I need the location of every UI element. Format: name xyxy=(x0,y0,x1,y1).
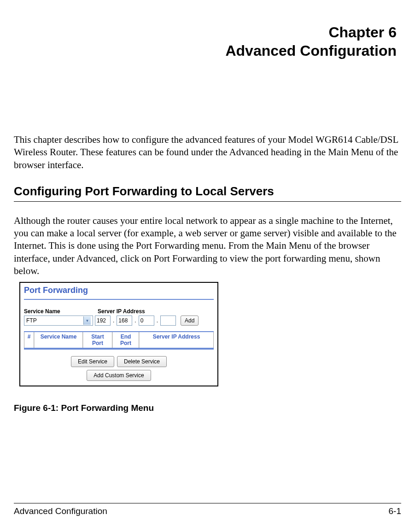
footer-page-number: 6-1 xyxy=(389,506,401,516)
chevron-down-icon: ▼ xyxy=(83,316,91,325)
chapter-title: Advanced Configuration xyxy=(14,41,397,60)
port-forwarding-panel: Port Forwarding Service Name Server IP A… xyxy=(19,282,218,386)
add-button[interactable]: Add xyxy=(181,316,199,326)
server-ip-label: Server IP Address xyxy=(98,308,214,315)
ip-octet-4-input[interactable] xyxy=(160,316,176,326)
ip-octet-1-input[interactable] xyxy=(95,316,111,326)
section-heading: Configuring Port Forwarding to Local Ser… xyxy=(14,184,401,202)
section-body: Although the router causes your entire l… xyxy=(14,215,401,277)
th-start-port: Start Port xyxy=(83,332,112,348)
table-header-row: # Service Name Start Port End Port Serve… xyxy=(24,332,214,349)
ip-dot: . xyxy=(112,317,115,324)
edit-service-button[interactable]: Edit Service xyxy=(71,356,114,367)
ip-dot: . xyxy=(134,317,136,324)
button-group: Edit Service Delete Service Add Custom S… xyxy=(24,356,214,381)
button-row-2: Add Custom Service xyxy=(87,370,151,381)
th-server-ip: Server IP Address xyxy=(139,332,214,348)
intro-paragraph: This chapter describes how to configure … xyxy=(14,134,401,171)
chapter-heading: Chapter 6 Advanced Configuration xyxy=(14,23,397,60)
service-name-select[interactable]: FTP ▼ xyxy=(24,316,93,326)
footer-left: Advanced Configuration xyxy=(14,506,107,516)
figure-container: Port Forwarding Service Name Server IP A… xyxy=(19,282,401,386)
add-custom-service-button[interactable]: Add Custom Service xyxy=(87,370,151,381)
forwarding-table: # Service Name Start Port End Port Serve… xyxy=(24,331,214,350)
ip-octet-3-input[interactable] xyxy=(139,316,154,326)
page-footer: Advanced Configuration 6-1 xyxy=(14,503,401,516)
chapter-label: Chapter 6 xyxy=(14,23,397,41)
delete-service-button[interactable]: Delete Service xyxy=(117,356,167,367)
ip-octet-2-input[interactable] xyxy=(117,316,132,326)
input-row: FTP ▼ . . . Add xyxy=(24,316,214,326)
th-number: # xyxy=(24,332,34,348)
service-name-label: Service Name xyxy=(24,308,98,315)
ip-dot: . xyxy=(156,317,158,324)
panel-title: Port Forwarding xyxy=(24,285,214,300)
th-service-name: Service Name xyxy=(34,332,83,348)
figure-caption: Figure 6-1: Port Forwarding Menu xyxy=(14,403,401,413)
th-end-port: End Port xyxy=(112,332,139,348)
service-name-value: FTP xyxy=(26,317,37,324)
field-labels-row: Service Name Server IP Address xyxy=(24,308,214,315)
button-row-1: Edit Service Delete Service xyxy=(71,356,167,367)
